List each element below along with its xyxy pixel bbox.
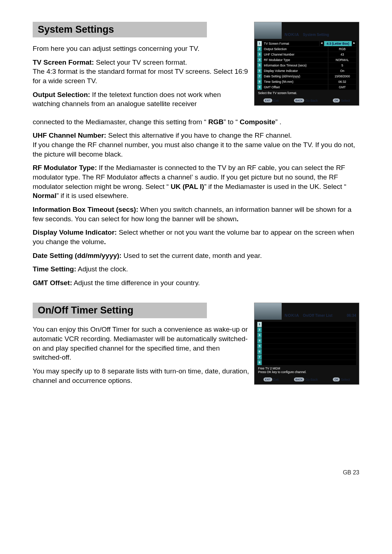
ok-icon: OK xyxy=(333,98,340,102)
tv-screenshot-timer-list: NOKIA On/Off Timer List 06:34 115/08/200… xyxy=(254,303,359,385)
exit-icon: EXIT xyxy=(264,98,272,102)
back-button[interactable]: BACKGo Back xyxy=(294,98,318,102)
timer-row-4[interactable]: 4Timer Undefined xyxy=(257,338,356,343)
tv-brand: NOKIA xyxy=(285,32,299,37)
output-selection-para-2: connected to the Mediamaster, change thi… xyxy=(33,117,359,127)
tv-clock: 06:34 xyxy=(347,314,356,318)
info-timeout-label: Information Box Timeout (secs): xyxy=(33,206,138,213)
section-title-system: System Settings xyxy=(33,22,207,37)
right-arrow-icon[interactable]: ► xyxy=(352,41,356,46)
tv-fade-graphic xyxy=(254,22,282,39)
time-label: Time Setting: xyxy=(33,265,76,273)
output-selection-label: Output Selection: xyxy=(33,91,90,98)
back-button[interactable]: BACKGo Back xyxy=(294,377,318,381)
tv-action-bar: EXITExit BACKGo Back OKSelect xyxy=(254,96,359,105)
tv-row-4[interactable]: 4RF Modulator TypeNORMAL xyxy=(257,57,356,62)
select-button[interactable]: OKSelect xyxy=(333,98,350,102)
rf-para: RF Modulator Type: If the Mediamaster is… xyxy=(33,163,359,201)
tv-screen-format-label: TV Screen Format: xyxy=(33,58,94,66)
vol-indicator-para: Display Volume Indicator: Select whether… xyxy=(33,228,359,246)
tv-row-1[interactable]: 1TV Screen Format◄4:3 (Letter Box)► xyxy=(257,41,356,46)
tv-screenshot-system-setting: NOKIA System Setting 1TV Screen Format◄4… xyxy=(254,22,359,106)
timer-para-1: You can enjoy this On/Off Timer for such… xyxy=(33,325,249,362)
output-selection-para-1: Output Selection: If the teletext functi… xyxy=(33,90,249,109)
timer-row-3[interactable]: 3Timer Undefined xyxy=(257,333,356,338)
rf-label: RF Modulator Type: xyxy=(33,164,97,171)
back-icon: BACK xyxy=(294,98,304,102)
gmt-label: GMT Offset: xyxy=(33,279,72,287)
timer-row-6[interactable]: 6Timer Undefined xyxy=(257,349,356,354)
date-para: Date Setting (dd/mm/yyyy): Used to set t… xyxy=(33,251,359,260)
uhf-para: UHF Channel Number: Select this alternat… xyxy=(33,131,359,159)
tv-row-6[interactable]: 6Display Volume IndicatorOn xyxy=(257,68,356,73)
date-label: Date Setting (dd/mm/yyyy): xyxy=(33,252,122,259)
tv-hint: Select the TV screen format. xyxy=(257,91,356,95)
tv-fade-graphic xyxy=(254,303,282,320)
left-arrow-icon[interactable]: ◄ xyxy=(320,41,323,46)
tv-screen-title: On/Off Timer List xyxy=(303,314,332,318)
tv-row-7[interactable]: 7Date Setting (dd/mm/yyyy)15/08/2000 xyxy=(257,74,356,79)
tv-timer-list: 115/08/2000 07:00 (00:30) O XTV 215/08/2… xyxy=(257,322,356,365)
timer-row-5[interactable]: 5Timer Undefined xyxy=(257,344,356,349)
uhf-label: UHF Channel Number: xyxy=(33,132,106,139)
manual-page: System Settings From here you can adjust… xyxy=(0,0,392,490)
exit-icon: EXIT xyxy=(264,377,272,381)
tv-screen-title: System Setting xyxy=(303,33,329,37)
tv-action-bar: EXITExit BACKGo Back OKSelect xyxy=(254,375,359,384)
tv-row-8[interactable]: 8Time Setting (hh:mm)06:32 xyxy=(257,79,356,84)
timer-row-7[interactable]: 7Timer Undefined xyxy=(257,355,356,360)
system-intro: From here you can adjust settings concer… xyxy=(33,44,249,53)
tv-settings-list: 1TV Screen Format◄4:3 (Letter Box)► 2Out… xyxy=(257,41,356,90)
select-button[interactable]: OKSelect xyxy=(333,377,350,381)
system-settings-header-row: System Settings From here you can adjust… xyxy=(33,22,359,113)
tv-brand: NOKIA xyxy=(285,313,299,318)
timer-section-row: On/Off Timer Setting You can enjoy this … xyxy=(33,303,359,389)
time-para: Time Setting: Adjust the clock. xyxy=(33,264,359,274)
page-number: GB 23 xyxy=(33,469,359,476)
timer-para-2: You may specify up to 8 separate lists w… xyxy=(33,367,249,385)
info-timeout-para: Information Box Timeout (secs): When you… xyxy=(33,205,359,223)
back-icon: BACK xyxy=(294,377,304,381)
section-title-timer: On/Off Timer Setting xyxy=(33,303,207,318)
ok-icon: OK xyxy=(333,377,340,381)
exit-button[interactable]: EXITExit xyxy=(264,98,279,102)
tv-hint-2: Press OK key to configure channel. xyxy=(257,370,356,374)
exit-button[interactable]: EXITExit xyxy=(264,377,279,381)
timer-row-2[interactable]: 215/08/2000 11:00 (00:30) MGM xyxy=(257,327,356,332)
tv-row-9[interactable]: 9GMT OffsetGMT xyxy=(257,85,356,90)
timer-row-1[interactable]: 115/08/2000 07:00 (00:30) O XTV xyxy=(257,322,356,327)
tv-row-2[interactable]: 2Output SelectionRGB xyxy=(257,46,356,52)
vol-label: Display Volume Indicator: xyxy=(33,229,117,236)
timer-row-8[interactable]: 8Timer Undefined xyxy=(257,360,356,365)
tv-screen-format-para: TV Screen Format: Select your TV screen … xyxy=(33,58,249,86)
tv-row-3[interactable]: 3UHF Channel Number43 xyxy=(257,52,356,57)
tv-hint-1: Free TV 2 MGM xyxy=(257,367,356,370)
gmt-para: GMT Offset: Adjust the time difference i… xyxy=(33,278,359,288)
tv-row-5[interactable]: 5Information Box Timeout (secs)5 xyxy=(257,63,356,68)
